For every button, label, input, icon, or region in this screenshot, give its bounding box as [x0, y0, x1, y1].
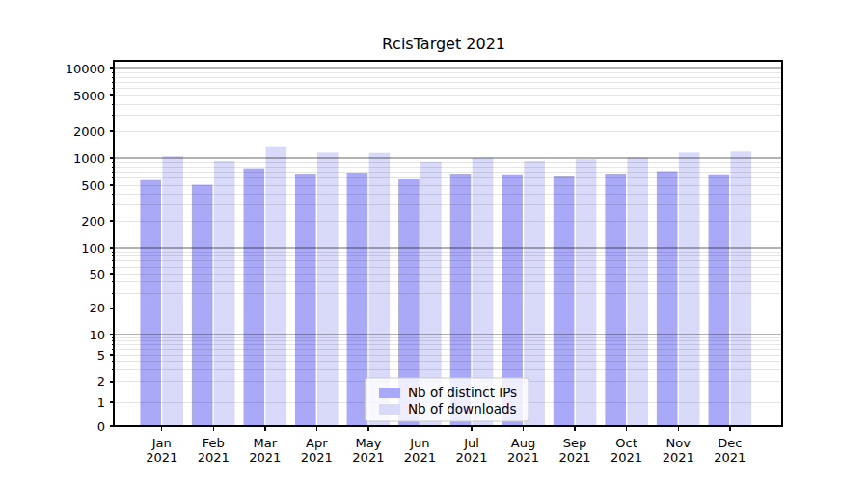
bar-distinct-ips	[295, 174, 316, 426]
x-tick-label-month: May	[355, 436, 381, 450]
y-tick-label: 1000	[73, 151, 105, 166]
x-tick-label-year: 2021	[198, 450, 230, 465]
y-tick-label: 10	[89, 328, 105, 342]
x-tick-label-month: Sep	[563, 436, 587, 450]
bar-distinct-ips	[709, 175, 730, 426]
bar-downloads	[266, 147, 287, 426]
x-tick-label-month: Oct	[615, 436, 637, 450]
x-tick-label-year: 2021	[352, 450, 384, 465]
y-tick-label: 5	[97, 348, 105, 362]
x-tick-label-year: 2021	[146, 450, 177, 465]
bar-chart-svg: 012510205010020050010002000500010000Jan2…	[0, 0, 868, 482]
y-tick-label: 10000	[66, 62, 105, 76]
x-tick-label-year: 2021	[559, 450, 591, 465]
bar-downloads	[576, 159, 597, 426]
bar-distinct-ips	[244, 169, 265, 426]
bar-downloads	[162, 156, 183, 426]
y-tick-label: 500	[81, 178, 105, 193]
y-tick-label: 100	[81, 241, 105, 255]
chart-figure: 012510205010020050010002000500010000Jan2…	[0, 0, 868, 482]
legend-label: Nb of downloads	[408, 401, 517, 416]
bar-downloads	[627, 158, 648, 426]
x-tick-label-month: Jan	[151, 436, 172, 450]
x-tick-label-month: Apr	[306, 436, 328, 450]
x-tick-label-month: Jul	[463, 436, 479, 450]
bar-distinct-ips	[554, 176, 575, 426]
chart-title: RcisTarget 2021	[382, 35, 505, 53]
bar-distinct-ips	[347, 173, 368, 426]
y-tick-label: 200	[81, 214, 105, 228]
legend: Nb of distinct IPsNb of downloads	[366, 378, 529, 421]
x-tick-label-year: 2021	[404, 450, 436, 465]
y-tick-label: 20	[89, 301, 105, 315]
x-tick-label-year: 2021	[507, 450, 539, 465]
y-tick-label: 1	[97, 395, 105, 410]
bar-distinct-ips	[657, 172, 678, 427]
legend-swatch-distinct-ips	[379, 388, 400, 398]
x-tick-label-year: 2021	[663, 450, 694, 465]
x-tick-label-month: Feb	[203, 436, 225, 450]
y-tick-label: 50	[89, 267, 105, 281]
y-tick-label: 0	[97, 419, 105, 434]
x-tick-label-year: 2021	[249, 450, 281, 465]
x-tick-label-month: Dec	[718, 436, 742, 450]
legend-swatch-downloads	[379, 404, 400, 415]
x-tick-label-year: 2021	[610, 450, 642, 465]
x-tick-label-year: 2021	[714, 450, 746, 465]
y-tick-label: 2000	[73, 124, 105, 139]
y-tick-label: 2	[97, 374, 105, 388]
x-tick-label-year: 2021	[301, 450, 333, 465]
x-tick-label-month: Aug	[511, 436, 535, 450]
x-tick-label-month: Nov	[666, 436, 692, 450]
y-tick-label: 5000	[73, 89, 105, 103]
bar-distinct-ips	[605, 174, 626, 426]
x-tick-label-month: Mar	[254, 436, 278, 450]
legend-label: Nb of distinct IPs	[408, 385, 517, 400]
bar-downloads	[731, 151, 752, 426]
bar-distinct-ips	[140, 180, 161, 426]
x-tick-label-year: 2021	[455, 450, 487, 465]
x-tick-label-month: Jun	[409, 436, 429, 450]
